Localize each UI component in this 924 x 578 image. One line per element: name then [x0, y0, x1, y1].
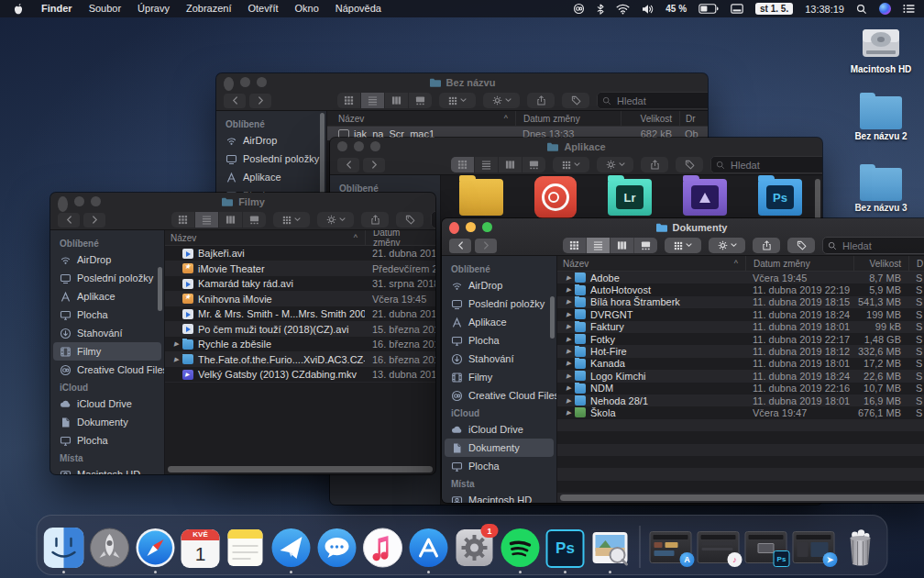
desktop-icon-bez-nazvu-3[interactable]: Bez názvu 3	[847, 162, 915, 213]
disclosure-icon[interactable]	[563, 384, 575, 392]
column-header-size[interactable]: Velikost	[621, 111, 679, 126]
sidebar-item-creative-cloud[interactable]: Creative Cloud Files	[442, 386, 556, 405]
sidebar-scrollbar[interactable]	[550, 296, 555, 339]
wifi-icon[interactable]	[616, 4, 630, 15]
sidebar-item-movies[interactable]: Filmy	[53, 342, 161, 361]
disclosure-icon[interactable]	[563, 348, 575, 355]
battery-icon[interactable]	[698, 4, 719, 14]
icon-view-button[interactable]	[337, 93, 361, 108]
action-button[interactable]	[709, 238, 745, 253]
search-field[interactable]	[431, 211, 435, 228]
display-icon[interactable]	[731, 4, 743, 14]
file-row[interactable]: Kanada11. dubna 2019 18:0117,2 MBS	[557, 358, 924, 370]
file-row[interactable]: Bílá hora Štramberk11. dubna 2019 18:155…	[557, 296, 924, 308]
forward-button[interactable]	[475, 239, 497, 253]
action-button[interactable]	[317, 212, 354, 228]
file-row[interactable]: Velký Gatsby (2013) CZdabing.mkv13. dubn…	[165, 367, 435, 383]
sidebar-item-airdrop[interactable]: AirDrop	[216, 131, 326, 150]
sidebar-item-downloads[interactable]: Stahování	[442, 350, 556, 368]
file-row[interactable]: DVRGNT11. dubna 2019 18:24199 MBS	[557, 308, 924, 320]
app-folder-premiere[interactable]	[683, 179, 727, 216]
spotlight-icon[interactable]	[856, 4, 867, 15]
siri-icon[interactable]	[879, 3, 891, 15]
creative-cloud-icon[interactable]	[573, 3, 585, 15]
sidebar-item-downloads[interactable]: Stahování	[50, 324, 164, 342]
search-field[interactable]	[822, 237, 924, 254]
sidebar-item-documents[interactable]: Dokumenty	[445, 439, 554, 457]
icon-view-button[interactable]	[563, 238, 587, 253]
column-view-button[interactable]	[385, 93, 409, 108]
tag-button[interactable]	[676, 157, 703, 172]
dock-system-preferences[interactable]: 1	[455, 528, 495, 568]
share-button[interactable]	[753, 238, 780, 253]
disclosure-icon[interactable]	[563, 336, 575, 343]
menu-okno[interactable]: Okno	[287, 0, 327, 17]
column-view-button[interactable]	[499, 157, 522, 172]
menu-napoveda[interactable]: Nápověda	[327, 0, 390, 17]
dock-photoshop[interactable]: Ps	[546, 529, 585, 568]
back-button[interactable]	[337, 158, 359, 172]
file-row[interactable]: NDM11. dubna 2019 22:1610,7 MBS	[557, 383, 924, 395]
sidebar-item-documents[interactable]: Dokumenty	[50, 413, 164, 431]
disclosure-icon[interactable]	[563, 397, 575, 405]
file-row[interactable]: Po čem muži touží (2018)(CZ).avi15. břez…	[165, 322, 435, 338]
app-folder-photoshop[interactable]: Ps	[758, 179, 802, 216]
column-header-kind[interactable]: Dr	[679, 111, 708, 126]
dock-minimized-mail-window[interactable]: ➤	[793, 531, 835, 568]
sidebar-item-airdrop[interactable]: AirDrop	[50, 250, 164, 269]
notification-center-icon[interactable]	[903, 4, 915, 14]
zoom-button[interactable]	[482, 222, 492, 232]
file-row[interactable]: Mr. & Mrs. Smith - M...Mrs. Smith 2005.a…	[165, 306, 435, 322]
dock-app-store[interactable]	[409, 528, 449, 568]
disclosure-icon[interactable]	[563, 311, 575, 318]
minimize-button[interactable]	[466, 222, 476, 232]
sidebar-item-recents[interactable]: Poslední položky	[216, 150, 326, 168]
date-indicator[interactable]: st 1. 5.	[755, 3, 793, 15]
dock-trash[interactable]	[841, 528, 881, 568]
list-view-button[interactable]	[195, 212, 219, 228]
sidebar-item-recents[interactable]: Poslední položky	[50, 269, 164, 287]
column-header-kind[interactable]: D	[908, 256, 924, 271]
dock-safari[interactable]	[136, 528, 176, 568]
group-button[interactable]	[439, 93, 476, 108]
back-button[interactable]	[224, 94, 246, 108]
dock-spotify[interactable]	[500, 528, 541, 568]
dock-launchpad[interactable]	[90, 528, 130, 568]
file-row[interactable]: AutoHotovost11. dubna 2019 22:195,9 MBS	[557, 283, 924, 295]
file-row[interactable]: Hot-Fire11. dubna 2019 18:12332,6 MBS	[557, 345, 924, 357]
column-header-date[interactable]: Datum změny	[745, 256, 853, 271]
search-input[interactable]	[841, 239, 924, 252]
action-button[interactable]	[483, 93, 520, 108]
clock[interactable]: 13:38:19	[805, 4, 844, 15]
dock-finder[interactable]	[44, 528, 84, 568]
column-header-name[interactable]: Název	[327, 111, 515, 126]
back-button[interactable]	[58, 213, 80, 228]
icon-view-button[interactable]	[451, 157, 475, 172]
disclosure-icon[interactable]	[563, 409, 575, 417]
dock-minimized-photoshop-window[interactable]: Ps	[745, 531, 787, 568]
sidebar-item-desktop[interactable]: Plocha	[442, 331, 556, 350]
sidebar-item-icloud-drive[interactable]: iCloud Drive	[50, 395, 164, 413]
sidebar-item-desktop-icloud[interactable]: Plocha	[50, 431, 164, 450]
sidebar-item-applications[interactable]: Aplikace	[50, 287, 164, 306]
column-view-button[interactable]	[610, 238, 634, 253]
sidebar-scrollbar[interactable]	[158, 267, 162, 311]
dock-messages[interactable]	[317, 528, 358, 568]
file-row[interactable]: AdobeVčera 19:458,7 MBS	[557, 272, 924, 283]
icon-view-button[interactable]	[171, 212, 195, 228]
sidebar-item-applications[interactable]: Aplikace	[442, 313, 556, 331]
adobe-creative-cloud-icon[interactable]	[534, 176, 577, 218]
group-button[interactable]	[553, 157, 589, 172]
search-input[interactable]	[615, 94, 708, 107]
close-button[interactable]	[449, 222, 459, 234]
menu-otevrit[interactable]: Otevřít	[239, 0, 286, 17]
file-row[interactable]: Rychle a zběsile16. března 2019 12:0	[165, 337, 435, 352]
forward-button[interactable]	[363, 158, 385, 172]
traffic-lights[interactable]	[449, 222, 492, 234]
file-row[interactable]: ŠkolaVčera 19:47676,1 MBS	[557, 406, 924, 418]
gallery-view-button[interactable]	[634, 238, 657, 253]
apple-menu[interactable]	[7, 3, 33, 16]
volume-icon[interactable]	[642, 4, 654, 15]
sidebar-scrollbar[interactable]	[320, 113, 324, 200]
tag-button[interactable]	[787, 238, 815, 253]
